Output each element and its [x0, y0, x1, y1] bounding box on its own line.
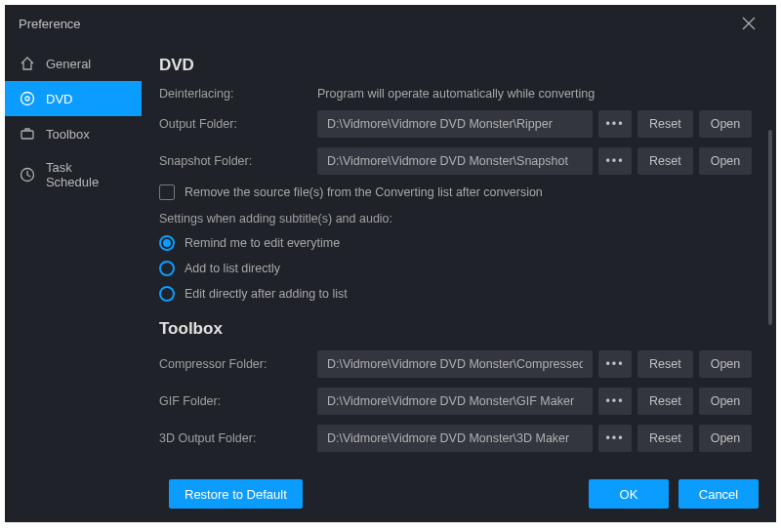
- sidebar-item-toolbox[interactable]: Toolbox: [5, 116, 142, 151]
- svg-point-1: [25, 97, 29, 101]
- row-gif-folder: GIF Folder: ••• Reset Open: [159, 388, 759, 415]
- remove-source-label: Remove the source file(s) from the Conve…: [185, 185, 543, 199]
- threed-folder-label: 3D Output Folder:: [159, 431, 317, 445]
- compressor-folder-input[interactable]: [317, 350, 593, 378]
- radio-icon: [159, 261, 175, 276]
- preference-window: Preference General DVD To: [5, 5, 776, 522]
- radio-label: Remind me to edit everytime: [185, 236, 340, 250]
- threed-folder-browse-button[interactable]: •••: [598, 425, 632, 452]
- svg-point-0: [21, 93, 34, 105]
- radio-icon: [159, 286, 175, 302]
- window-title: Preference: [19, 17, 81, 31]
- svg-rect-2: [21, 131, 33, 139]
- snapshot-folder-input[interactable]: [317, 147, 593, 175]
- radio-label: Edit directly after adding to list: [185, 287, 348, 301]
- restore-default-button[interactable]: Restore to Default: [169, 479, 303, 509]
- subtitle-settings-note: Settings when adding subtitle(s) and aud…: [159, 212, 759, 225]
- toolbox-icon: [19, 125, 36, 143]
- row-snapshot-folder: Snapshot Folder: ••• Reset Open: [159, 147, 759, 175]
- radio-edit-directly[interactable]: Edit directly after adding to list: [159, 286, 759, 302]
- output-folder-label: Output Folder:: [159, 117, 317, 131]
- snapshot-folder-label: Snapshot Folder:: [159, 154, 317, 168]
- output-folder-input[interactable]: [317, 110, 593, 138]
- compressor-folder-browse-button[interactable]: •••: [598, 350, 632, 378]
- gif-folder-input[interactable]: [317, 388, 593, 415]
- main-panel: DVD Deinterlacing: Program will operate …: [142, 42, 776, 522]
- output-folder-open-button[interactable]: Open: [699, 110, 753, 138]
- titlebar: Preference: [5, 5, 776, 42]
- sidebar: General DVD Toolbox Task Schedule: [5, 42, 142, 522]
- gif-folder-browse-button[interactable]: •••: [598, 388, 632, 415]
- section-title-dvd: DVD: [159, 56, 759, 75]
- threed-folder-open-button[interactable]: Open: [699, 425, 753, 452]
- snapshot-folder-open-button[interactable]: Open: [699, 147, 753, 175]
- output-folder-browse-button[interactable]: •••: [598, 110, 632, 138]
- gif-folder-label: GIF Folder:: [159, 394, 317, 408]
- snapshot-folder-browse-button[interactable]: •••: [598, 147, 632, 175]
- sidebar-item-task-schedule[interactable]: Task Schedule: [5, 151, 142, 198]
- row-3d-output-folder: 3D Output Folder: ••• Reset Open: [159, 425, 759, 452]
- sidebar-item-dvd[interactable]: DVD: [5, 81, 142, 116]
- radio-label: Add to list directly: [185, 262, 280, 275]
- compressor-folder-label: Compressor Folder:: [159, 357, 317, 371]
- deinterlacing-value: Program will operate automatically while…: [317, 87, 759, 101]
- radio-icon: [159, 235, 175, 251]
- sidebar-item-label: Toolbox: [46, 127, 90, 142]
- ok-button[interactable]: OK: [589, 479, 669, 509]
- row-output-folder: Output Folder: ••• Reset Open: [159, 110, 759, 138]
- output-folder-reset-button[interactable]: Reset: [637, 110, 693, 138]
- deinterlacing-label: Deinterlacing:: [159, 87, 317, 101]
- checkbox-icon: [159, 184, 175, 200]
- section-title-toolbox: Toolbox: [159, 319, 759, 339]
- cancel-button[interactable]: Cancel: [678, 479, 759, 509]
- clock-icon: [19, 166, 36, 184]
- sidebar-item-general[interactable]: General: [5, 46, 142, 81]
- footer: Restore to Default OK Cancel: [159, 479, 759, 509]
- scrollbar[interactable]: [768, 130, 772, 325]
- sidebar-item-label: DVD: [46, 92, 72, 106]
- radio-remind-me[interactable]: Remind me to edit everytime: [159, 235, 759, 251]
- sidebar-item-label: General: [46, 57, 91, 71]
- home-icon: [19, 55, 36, 72]
- close-button[interactable]: [735, 10, 762, 37]
- compressor-folder-reset-button[interactable]: Reset: [637, 350, 693, 378]
- close-icon: [742, 17, 756, 30]
- compressor-folder-open-button[interactable]: Open: [699, 350, 753, 378]
- disc-icon: [19, 90, 36, 107]
- snapshot-folder-reset-button[interactable]: Reset: [637, 147, 693, 175]
- remove-source-checkbox-row[interactable]: Remove the source file(s) from the Conve…: [159, 184, 759, 200]
- radio-add-to-list[interactable]: Add to list directly: [159, 261, 759, 276]
- threed-folder-input[interactable]: [317, 425, 593, 452]
- sidebar-item-label: Task Schedule: [46, 160, 128, 189]
- gif-folder-reset-button[interactable]: Reset: [637, 388, 693, 415]
- gif-folder-open-button[interactable]: Open: [699, 388, 753, 415]
- row-deinterlacing: Deinterlacing: Program will operate auto…: [159, 87, 759, 101]
- row-compressor-folder: Compressor Folder: ••• Reset Open: [159, 350, 759, 378]
- threed-folder-reset-button[interactable]: Reset: [637, 425, 693, 452]
